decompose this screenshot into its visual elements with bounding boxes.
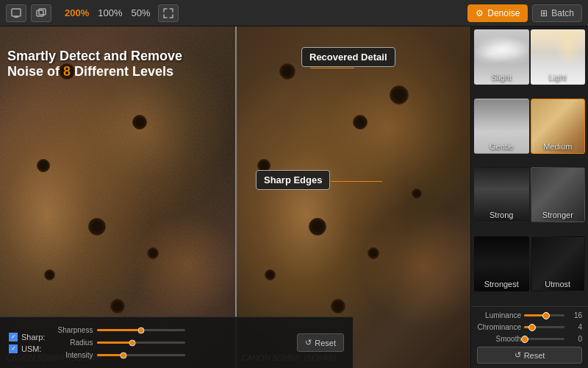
preset-strongest-label: Strongest [475,280,528,289]
luminance-row: Luminance 16 [477,311,582,319]
preset-medium[interactable]: Medium [531,99,586,154]
r-hole-9 [412,188,422,199]
preset-strong[interactable]: Strong [474,167,529,222]
toolbar-right: ⚙ Denoise ⊞ Batch [467,4,582,22]
sharpness-label: Sharpness [52,326,93,334]
callout-line-sharp [331,181,382,182]
radius-fill [97,342,132,344]
sharpness-fill [97,329,141,331]
sharpness-slider[interactable] [97,329,185,331]
overlay-line2: Noise of 8 Different Levels [7,64,182,79]
preset-gentle[interactable]: Gentle [474,99,529,154]
preset-slight[interactable]: Slight [474,29,529,85]
intensity-slider[interactable] [97,354,185,356]
usm-checkbox[interactable]: ✓ [9,344,18,353]
r-hole-4 [265,269,276,280]
gear-icon: ⚙ [476,8,484,18]
overlay-pre: Noise of [7,64,63,79]
svg-rect-2 [37,10,43,16]
zoom-50[interactable]: 50% [129,6,154,20]
smooth-row: Smooth 0 [477,335,582,343]
preset-strongest[interactable]: Strongest [474,236,529,291]
check-icon: ✓ [11,334,16,340]
fit-btn[interactable] [158,4,179,22]
preset-stronger-label: Stronger [531,210,585,219]
icon-btn-1[interactable] [6,4,26,22]
reset-icon-right: ↺ [514,350,521,360]
radius-thumb [129,339,136,346]
usm-check-icon: ✓ [11,346,16,352]
sharp-checkbox[interactable]: ✓ [9,333,18,342]
r-hole-6 [368,247,379,259]
intensity-thumb [121,352,127,358]
preset-utmost[interactable]: Utmost [531,236,586,291]
zoom-200[interactable]: 200% [62,6,92,20]
recovered-detail-text: Recovered Detail [309,52,387,63]
preset-light[interactable]: Light [531,29,586,85]
sharp-edges-callout: Sharp Edges [256,170,330,190]
reset-icon-bc: ↺ [305,338,312,347]
right-controls: Luminance 16 Chrominance 4 Smooth 0 ↺ [471,306,588,368]
hole-3 [88,218,106,236]
zoom-100[interactable]: 100% [95,6,125,20]
denoise-btn[interactable]: ⚙ Denoise [467,4,528,22]
luminance-label: Luminance [477,311,521,319]
text-overlay: Smartly Detect and Remove Noise of 8 Dif… [7,49,182,79]
preset-utmost-label: Utmost [531,280,585,289]
zoom-controls: 200% 100% 50% [62,6,154,20]
usm-label: USM: [21,344,42,353]
sharpness-thumb [138,327,145,333]
hole-5 [132,115,147,130]
bottom-controls: ✓ Sharp: ✓ USM: Sharpness Radius [0,316,353,368]
svg-rect-3 [39,9,46,15]
toolbar-left: 200% 100% 50% [6,4,179,22]
bc-reset-btn[interactable]: ↺ Reset [297,333,344,352]
r-hole-3 [309,218,326,236]
sharp-label: Sharp: [21,333,45,342]
overlay-line1: Smartly Detect and Remove [7,49,182,64]
bc-sliders: Sharpness Radius Intensity [52,326,290,359]
recovered-detail-callout: Recovered Detail [301,47,395,67]
icon-btn-2[interactable] [31,4,51,22]
chrominance-label: Chrominance [477,323,521,331]
layers-icon: ⊞ [540,8,548,18]
bc-checkboxes: ✓ Sharp: ✓ USM: [9,333,45,353]
main-content: Smartly Detect and Remove Noise of 8 Dif… [0,26,470,368]
right-panel: Slight Light Gentle Medium Strong Strong… [470,26,588,368]
radius-row: Radius [52,339,290,347]
batch-label: Batch [551,8,574,18]
luminance-val: 16 [567,311,582,319]
r-hole-8 [390,85,409,105]
chrominance-val: 4 [567,323,582,331]
smooth-thumb [521,336,528,343]
sharpness-row: Sharpness [52,326,290,334]
smooth-slider[interactable] [524,338,564,340]
toolbar: 200% 100% 50% ⚙ Denoise ⊞ Batch [0,0,588,26]
chrominance-slider[interactable] [524,326,564,328]
chrominance-thumb [528,324,536,331]
hole-2 [37,159,50,172]
preset-stronger[interactable]: Stronger [531,167,586,222]
luminance-slider[interactable] [524,314,564,316]
hole-4 [44,269,55,280]
preset-strong-label: Strong [475,210,528,219]
sharp-edges-text: Sharp Edges [264,174,322,185]
r-hole-7 [331,299,345,314]
radius-label: Radius [52,339,93,347]
svg-rect-1 [14,16,18,18]
bc-reset-label: Reset [315,339,336,347]
r-hole-5 [353,115,368,130]
batch-btn[interactable]: ⊞ Batch [532,4,582,22]
right-reset-label: Reset [524,351,545,360]
smooth-val: 0 [567,335,582,343]
chrominance-row: Chrominance 4 [477,323,582,331]
radius-slider[interactable] [97,342,185,344]
right-reset-btn[interactable]: ↺ Reset [477,347,582,364]
preset-grid: Slight Light Gentle Medium Strong Strong… [471,26,588,306]
smooth-label: Smooth [477,335,521,343]
usm-row: ✓ USM: [9,344,45,353]
intensity-label: Intensity [52,351,93,359]
preset-medium-label: Medium [531,142,585,151]
overlay-highlight: 8 [63,64,71,79]
hole-7 [110,299,125,314]
